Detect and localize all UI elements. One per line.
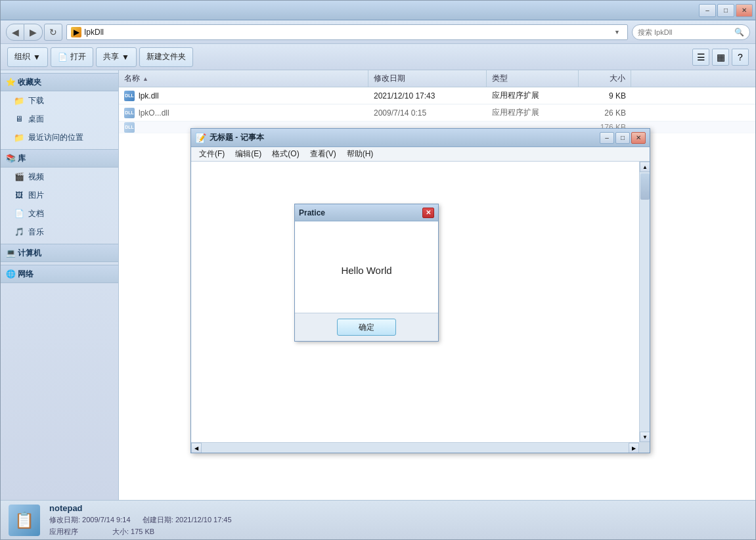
- col-header-name[interactable]: 名称 ▲: [119, 70, 368, 87]
- search-input[interactable]: [638, 28, 732, 36]
- sidebar-item-recent[interactable]: 📁 最近访问的位置: [1, 128, 118, 146]
- share-label: 共享: [103, 51, 119, 62]
- notepad-menu: 文件(F) 编辑(E) 格式(O) 查看(V) 帮助(H): [191, 147, 650, 162]
- sidebar-item-music-label: 音乐: [28, 227, 44, 238]
- organize-dropdown-icon: ▼: [33, 53, 41, 62]
- notepad-scrollbar-h[interactable]: ◀ ▶: [191, 442, 639, 453]
- dll-icon: DLL: [124, 108, 135, 118]
- notepad-titlebar: 📝 无标题 - 记事本 – □ ✕: [191, 129, 650, 147]
- toolbar-right: ☰ ▦ ?: [692, 49, 749, 66]
- search-box[interactable]: 🔍: [632, 24, 750, 40]
- notepad-scrollbar-v[interactable]: ▲ ▼: [639, 162, 650, 442]
- refresh-button[interactable]: ↻: [44, 24, 62, 41]
- path-dropdown-icon[interactable]: ▼: [614, 29, 623, 35]
- col-header-size[interactable]: 大小: [579, 70, 631, 87]
- back-button[interactable]: ◀: [6, 24, 24, 41]
- dialog-footer: 确定: [295, 313, 438, 341]
- status-bar: 📋 notepad 修改日期: 2009/7/14 9:14 创建日期: 202…: [1, 500, 755, 539]
- folder-icon: ▶: [71, 27, 81, 37]
- network-label: 网络: [18, 269, 33, 280]
- file-type-text: 应用程序扩展: [492, 107, 539, 118]
- doc-icon: 📄: [14, 208, 24, 219]
- notepad-title-icon: 📝: [195, 133, 206, 143]
- sidebar-item-video-label: 视频: [28, 171, 44, 183]
- col-header-date[interactable]: 修改日期: [368, 70, 487, 87]
- notepad-menu-format[interactable]: 格式(O): [267, 147, 304, 162]
- sidebar-computer-section: 💻 计算机: [1, 244, 118, 262]
- status-info: notepad 修改日期: 2009/7/14 9:14 创建日期: 2021/…: [49, 503, 232, 537]
- scroll-down-button[interactable]: ▼: [640, 432, 650, 442]
- status-modified-date: 修改日期: 2009/7/14 9:14: [49, 516, 131, 524]
- status-file-name: notepad: [49, 503, 232, 513]
- table-row[interactable]: DLL lpk.dll 2021/12/10 17:43 应用程序扩展 9 KB: [119, 87, 755, 104]
- sidebar-item-download[interactable]: 📁 下载: [1, 91, 118, 110]
- scroll-left-button[interactable]: ◀: [191, 443, 202, 453]
- dll-icon: DLL: [124, 91, 135, 101]
- view-toggle-button[interactable]: ▦: [712, 49, 729, 66]
- open-button[interactable]: 📄 打开: [51, 47, 93, 67]
- music-icon: 🎵: [14, 227, 24, 237]
- file-date-text: 2021/12/10 17:43: [374, 91, 435, 101]
- file-date-cell: 2009/7/14 0:15: [368, 104, 487, 121]
- col-header-type[interactable]: 类型: [487, 70, 579, 87]
- scroll-right-button[interactable]: ▶: [629, 443, 639, 453]
- sidebar-item-desktop-label: 桌面: [28, 114, 44, 125]
- sidebar-item-music[interactable]: 🎵 音乐: [1, 223, 118, 241]
- share-dropdown-icon: ▼: [122, 53, 129, 62]
- organize-button[interactable]: 组织 ▼: [7, 47, 48, 67]
- sidebar-item-desktop[interactable]: 🖥 桌面: [1, 110, 118, 128]
- address-path[interactable]: ▶ IpkDll ▼: [66, 24, 628, 40]
- nav-buttons: ◀ ▶ ↻: [6, 24, 62, 41]
- file-size-cell: 26 KB: [579, 104, 631, 121]
- notepad-close-button[interactable]: ✕: [631, 132, 646, 144]
- sidebar-item-doc[interactable]: 📄 文档: [1, 204, 118, 223]
- help-button[interactable]: ?: [732, 49, 749, 66]
- sidebar-item-picture[interactable]: 🖼 图片: [1, 186, 118, 204]
- minimize-button[interactable]: –: [699, 4, 716, 17]
- file-list-header: 名称 ▲ 修改日期 类型 大小: [119, 70, 755, 87]
- status-size: 大小: 175 KB: [112, 528, 154, 535]
- library-icon: 📚: [6, 154, 16, 163]
- sort-arrow-icon: ▲: [143, 76, 148, 82]
- file-type-cell: 应用程序扩展: [487, 104, 579, 121]
- view-options-button[interactable]: ☰: [692, 49, 709, 66]
- status-type: 应用程序: [49, 528, 78, 535]
- file-size-text: 26 KB: [604, 108, 626, 118]
- notepad-minimize-button[interactable]: –: [600, 132, 614, 144]
- sidebar-item-video[interactable]: 🎬 视频: [1, 168, 118, 186]
- dialog-close-button[interactable]: ✕: [422, 208, 434, 218]
- status-meta-type: 应用程序 大小: 175 KB: [49, 527, 232, 537]
- dialog-ok-button[interactable]: 确定: [337, 319, 396, 336]
- notepad-maximize-button[interactable]: □: [615, 132, 630, 144]
- search-icon[interactable]: 🔍: [734, 28, 744, 37]
- notepad-menu-file[interactable]: 文件(F): [194, 147, 230, 162]
- maximize-button[interactable]: □: [717, 4, 734, 17]
- scroll-up-button[interactable]: ▲: [640, 162, 650, 172]
- new-folder-button[interactable]: 新建文件夹: [139, 47, 193, 67]
- table-row[interactable]: DLL lpkO...dll 2009/7/14 0:15 应用程序扩展 26 …: [119, 104, 755, 122]
- col-date-label: 修改日期: [374, 73, 405, 84]
- sidebar-network-header[interactable]: 🌐 网络: [1, 265, 118, 283]
- col-name-label: 名称: [124, 73, 140, 84]
- share-button[interactable]: 共享 ▼: [96, 47, 137, 67]
- file-name-cell: DLL lpk.dll: [119, 87, 368, 104]
- library-label: 库: [18, 153, 26, 164]
- scroll-thumb-v[interactable]: [640, 173, 650, 200]
- close-button[interactable]: ✕: [736, 4, 753, 17]
- address-bar: ◀ ▶ ↻ ▶ IpkDll ▼ 🔍: [1, 20, 755, 44]
- file-name-text: lpkO...dll: [139, 108, 169, 118]
- notepad-menu-view[interactable]: 查看(V): [305, 147, 342, 162]
- file-date-cell: 2021/12/10 17:43: [368, 87, 487, 104]
- sidebar-item-recent-label: 最近访问的位置: [28, 132, 83, 143]
- notepad-menu-help[interactable]: 帮助(H): [342, 147, 379, 162]
- desktop-icon: 🖥: [14, 114, 24, 124]
- video-icon: 🎬: [14, 171, 24, 182]
- forward-button[interactable]: ▶: [24, 24, 43, 41]
- sidebar-library-section: 📚 库 🎬 视频 🖼 图片 📄 文档 🎵 音乐: [1, 149, 118, 241]
- col-type-label: 类型: [492, 73, 508, 84]
- sidebar-item-picture-label: 图片: [28, 190, 44, 201]
- sidebar-computer-header[interactable]: 💻 计算机: [1, 244, 118, 262]
- status-created-date: 创建日期: 2021/12/10 17:45: [143, 516, 232, 524]
- notepad-menu-edit[interactable]: 编辑(E): [230, 147, 267, 162]
- file-name-cell: DLL lpkO...dll: [119, 104, 368, 121]
